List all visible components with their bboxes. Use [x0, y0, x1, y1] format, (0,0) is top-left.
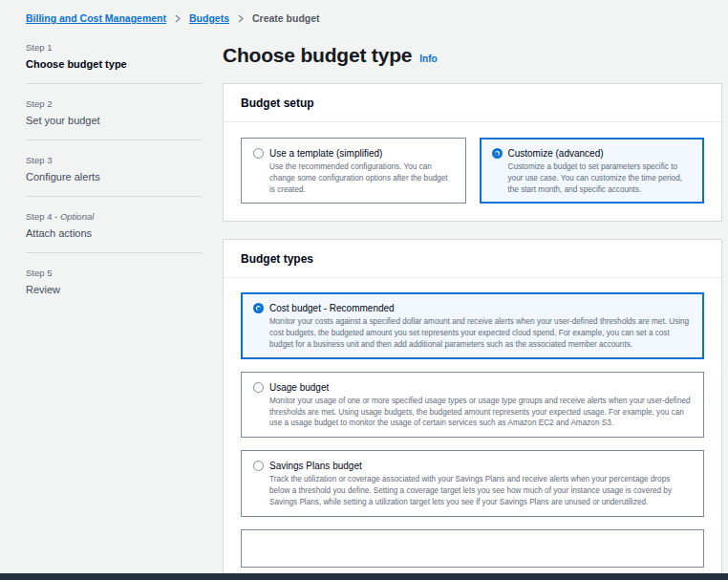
sidebar-step-4-attach-actions: Step 4 - Optional Attach actions	[26, 211, 202, 240]
cost-budget-radio-icon[interactable]	[253, 303, 264, 313]
budget-type-option-partial[interactable]	[241, 529, 704, 568]
breadcrumb-chevron-icon	[175, 14, 181, 23]
savings-plans-budget-description: Track the utilization or coverage associ…	[269, 474, 692, 507]
sidebar-step-2-set-your-budget: Step 2 Set your budget	[26, 98, 202, 127]
budget-types-header: Budget types	[224, 240, 721, 278]
budget-type-option-cost[interactable]: Cost budget - Recommended Monitor your c…	[241, 292, 704, 358]
cost-budget-label: Cost budget - Recommended	[269, 301, 395, 315]
budget-types-options: Cost budget - Recommended Monitor your c…	[224, 278, 721, 580]
step-number-label: Step 4 - Optional	[26, 211, 202, 223]
page-layout: Step 1 Choose budget type Step 2 Set you…	[0, 42, 728, 580]
customize-description: Customize a budget to set parameters spe…	[508, 161, 688, 195]
budget-type-option-savings-plans[interactable]: Savings Plans budget Track the utilizati…	[241, 450, 704, 516]
sidebar-divider	[26, 83, 202, 84]
customize-radio-icon[interactable]	[492, 148, 503, 159]
info-link[interactable]: Info	[419, 54, 437, 64]
breadcrumb-chevron-icon	[238, 14, 244, 23]
usage-budget-description: Monitor your usage of one or more specif…	[269, 396, 692, 429]
breadcrumb-current-page: Create budget	[252, 12, 320, 25]
sidebar-divider	[26, 252, 202, 253]
breadcrumb-link-billing-and-cost-management[interactable]: Billing and Cost Management	[26, 12, 166, 25]
step-title: Review	[26, 283, 202, 296]
budget-setup-header: Budget setup	[224, 84, 721, 122]
wizard-steps-sidebar: Step 1 Choose budget type Step 2 Set you…	[26, 42, 202, 580]
sidebar-step-3-configure-alerts: Step 3 Configure alerts	[26, 155, 202, 183]
use-template-radio-icon[interactable]	[253, 148, 264, 159]
step-number-label: Step 2	[26, 98, 202, 110]
budget-setup-options: Use a template (simplified) Use the reco…	[224, 122, 721, 221]
step-number-label: Step 5	[26, 268, 202, 279]
step-title: Configure alerts	[26, 170, 202, 183]
savings-plans-budget-radio-icon[interactable]	[253, 461, 264, 471]
sidebar-step-5-review: Step 5 Review	[26, 268, 202, 296]
main-content: Choose budget type Info Budget setup Use…	[223, 42, 722, 580]
usage-budget-label: Usage budget	[269, 380, 329, 395]
budget-type-option-usage[interactable]: Usage budget Monitor your usage of one o…	[241, 372, 704, 438]
breadcrumb: Billing and Cost Management Budgets Crea…	[0, 0, 728, 25]
step-number-label: Step 3	[26, 155, 202, 166]
budget-setup-card: Budget setup Use a template (simplified)…	[223, 83, 722, 222]
budget-setup-option-customize[interactable]: Customize (advanced) Customize a budget …	[480, 138, 705, 204]
breadcrumb-link-budgets[interactable]: Budgets	[189, 12, 229, 25]
use-template-description: Use the recommended configurations. You …	[269, 161, 449, 195]
customize-label: Customize (advanced)	[508, 146, 604, 161]
page-title: Choose budget type	[223, 44, 412, 67]
sidebar-step-1-choose-budget-type: Step 1 Choose budget type	[26, 42, 202, 71]
cost-budget-description: Monitor your costs against a specified d…	[269, 316, 692, 350]
page-title-row: Choose budget type Info	[223, 44, 722, 67]
usage-budget-radio-icon[interactable]	[253, 382, 264, 393]
sidebar-divider	[26, 140, 202, 140]
savings-plans-budget-label: Savings Plans budget	[269, 459, 362, 473]
bottom-bar	[0, 573, 728, 580]
sidebar-divider	[26, 196, 202, 197]
step-title: Set your budget	[26, 114, 202, 127]
budget-types-card: Budget types Cost budget - Recommended M…	[223, 239, 722, 580]
budget-setup-option-use-template[interactable]: Use a template (simplified) Use the reco…	[241, 138, 466, 204]
use-template-label: Use a template (simplified)	[269, 146, 382, 161]
step-number-label: Step 1	[26, 42, 202, 54]
step-title: Choose budget type	[26, 57, 202, 71]
step-title: Attach actions	[26, 226, 202, 240]
